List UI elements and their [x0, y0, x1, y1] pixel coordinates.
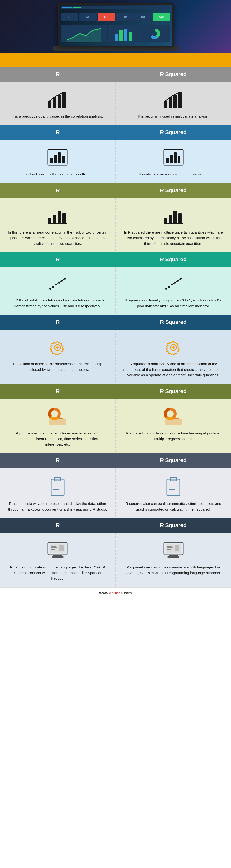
svg-rect-95: [167, 548, 173, 548]
footer: www.educba.com: [0, 587, 231, 599]
svg-rect-97: [175, 546, 180, 551]
left-cell-3: In this, there is a linear correlation i…: [0, 198, 115, 252]
svg-rect-10: [57, 94, 61, 108]
right-cell-7: R squared also can be diagrammatic victi…: [116, 468, 231, 518]
svg-rect-2: [119, 30, 123, 41]
section-header-8: R R Squared: [0, 518, 231, 533]
left-header-2: R: [0, 125, 116, 140]
right-icon-8: [162, 541, 184, 560]
svg-rect-30: [48, 218, 51, 224]
left-icon-5: [48, 338, 67, 357]
right-header-5: R Squared: [116, 314, 231, 330]
left-text-3: In this, there is a linear correlation i…: [7, 229, 108, 246]
svg-rect-11: [63, 92, 66, 108]
svg-rect-38: [178, 214, 182, 224]
left-header-8: R: [0, 518, 116, 533]
svg-rect-21: [58, 152, 61, 163]
left-icon-7: [49, 476, 66, 497]
svg-rect-13: [164, 101, 167, 108]
svg-rect-22: [62, 156, 65, 163]
right-icon-4: [161, 275, 186, 293]
svg-rect-28: [178, 156, 181, 163]
section-header-1: R R Squared: [0, 67, 231, 82]
right-cell-6: R squared conjointly includes machine le…: [116, 399, 231, 453]
section-content-1: It is a predictive quantity used in the …: [0, 82, 231, 125]
section-content-2: It is also known as the correlation coef…: [0, 140, 231, 183]
left-cell-2: It is also known as the correlation coef…: [0, 140, 115, 183]
right-icon-2: [162, 148, 184, 167]
svg-rect-94: [167, 546, 172, 547]
svg-rect-66: [165, 419, 182, 425]
svg-rect-9: [53, 97, 56, 108]
section-header-2: R R Squared: [0, 125, 231, 140]
right-icon-5: [164, 338, 183, 357]
section-content-8: R can communicate with other languages l…: [0, 533, 231, 587]
hero-section: 2500 1.51 3,090 4,667 2,315 7,: [0, 0, 231, 53]
svg-point-59: [172, 346, 175, 349]
section-content-7: R has multiple ways to represent and dis…: [0, 468, 231, 518]
svg-rect-93: [167, 556, 180, 558]
svg-rect-25: [166, 158, 169, 163]
left-header-3: R: [0, 183, 116, 198]
section-header-3: R R Squared: [0, 183, 231, 198]
svg-rect-77: [167, 479, 180, 496]
left-cell-4: In R the absolute correlation and no cor…: [0, 267, 115, 314]
left-icon-4: [45, 275, 70, 293]
svg-rect-60: [49, 419, 66, 425]
section-content-3: In this, there is a linear correlation i…: [0, 198, 231, 252]
svg-rect-86: [51, 546, 56, 547]
svg-rect-26: [170, 155, 173, 163]
section-content-6: R programming language includes machine …: [0, 399, 231, 453]
section-content-5: R is a kind of index of the robustness o…: [0, 330, 231, 384]
right-icon-7: [165, 476, 182, 497]
right-icon-1: [162, 90, 184, 110]
section-header-4: R R Squared: [0, 252, 231, 267]
right-text-1: It is peculiarity used in multivariate a…: [138, 114, 208, 119]
right-cell-1: It is peculiarity used in multivariate a…: [116, 82, 231, 125]
right-header-3: R Squared: [116, 183, 231, 198]
left-cell-7: R has multiple ways to represent and dis…: [0, 468, 115, 518]
left-text-4: In R the absolute correlation and no cor…: [7, 297, 108, 309]
svg-rect-33: [63, 214, 66, 224]
right-header-8: R Squared: [116, 518, 231, 533]
right-text-6: R squared conjointly includes machine le…: [123, 430, 224, 442]
left-icon-2: [47, 148, 69, 167]
svg-rect-32: [57, 211, 61, 224]
right-header-6: R Squared: [116, 384, 231, 399]
right-icon-3: [162, 206, 184, 226]
right-text-4: R squared additionally ranges from 0 to …: [123, 297, 224, 309]
svg-rect-19: [50, 158, 53, 163]
right-cell-4: R squared additionally ranges from 0 to …: [116, 267, 231, 314]
left-header-4: R: [0, 252, 116, 267]
right-icon-6: [164, 407, 183, 427]
right-text-8: R squared can conjointly communicate wit…: [123, 564, 224, 576]
svg-rect-84: [53, 555, 63, 556]
right-text-5: R squared is additionally one in all the…: [123, 361, 224, 378]
right-cell-8: R squared can conjointly communicate wit…: [116, 533, 231, 587]
left-text-1: It is a predictive quantity used in the …: [12, 114, 103, 119]
footer-text: www.educba.com: [99, 591, 132, 595]
left-icon-6: [48, 407, 67, 427]
svg-rect-14: [168, 97, 172, 108]
title-bar: [0, 53, 231, 67]
right-text-3: In R squared there are multiple uncertai…: [123, 229, 224, 246]
right-cell-2: It is also known as constant determinati…: [116, 140, 231, 183]
svg-marker-0: [67, 29, 101, 42]
left-cell-1: It is a predictive quantity used in the …: [0, 82, 115, 125]
right-cell-3: In R squared there are multiple uncertai…: [116, 198, 231, 252]
right-header-1: R Squared: [116, 67, 231, 82]
svg-rect-15: [174, 94, 177, 108]
svg-rect-35: [164, 218, 167, 224]
svg-rect-62: [59, 418, 63, 420]
svg-rect-85: [51, 556, 64, 558]
left-text-5: R is a kind of index of the robustness o…: [7, 361, 108, 372]
svg-rect-3: [124, 29, 127, 41]
svg-rect-36: [168, 215, 172, 224]
right-header-7: R Squared: [116, 453, 231, 468]
svg-rect-87: [51, 548, 57, 548]
right-text-2: It is also known as constant determinati…: [139, 171, 207, 177]
right-text-7: R squared also can be diagrammatic victi…: [123, 501, 224, 512]
svg-rect-1: [115, 34, 118, 41]
svg-rect-37: [174, 211, 177, 224]
svg-rect-16: [178, 92, 182, 108]
